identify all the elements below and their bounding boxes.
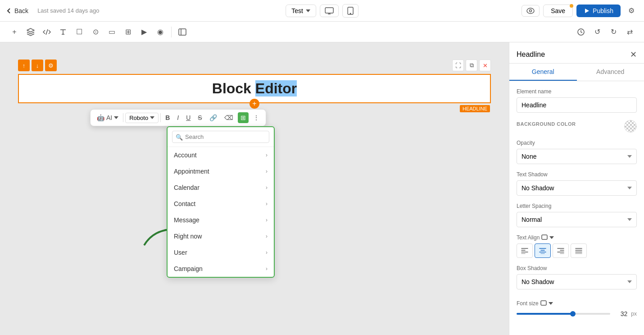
bg-color-picker[interactable] [624,120,637,133]
delete-button[interactable]: ✕ [479,60,491,71]
sidebar-button[interactable] [175,25,190,39]
dropdown-item[interactable]: Calendar› [168,179,274,196]
dropdown-item[interactable]: Appointment› [168,163,274,179]
add-section-button[interactable]: + [249,99,259,109]
dropdown-item[interactable]: Contact› [168,196,274,212]
dynamic-field-button[interactable]: ⊞ [238,112,249,123]
align-center-button[interactable] [535,243,551,258]
duplicate-button[interactable]: ⧉ [466,60,477,71]
panel-content: Element name BACKGROUND COLOR Opacity No… [509,81,644,325]
save-button[interactable]: Save [543,5,573,17]
history-button[interactable] [574,25,588,39]
italic-button[interactable]: I [174,112,181,123]
font-size-unit: px [631,311,637,317]
svg-rect-9 [542,235,547,239]
add-element-button[interactable]: + [7,25,22,39]
undo-button[interactable]: ↺ [590,25,604,39]
toolbar-right: ↺ ↻ ⇄ [574,25,637,39]
font-size-slider-row: 32 px [517,310,637,317]
svg-marker-5 [585,9,589,13]
strikethrough-button[interactable]: S [195,112,204,123]
more-format-button[interactable]: ⋮ [250,112,262,123]
svg-point-4 [530,9,532,12]
code-button[interactable] [40,25,54,39]
link-button[interactable]: 🔗 [207,112,220,123]
svg-point-2 [350,13,351,14]
app-button[interactable]: ◉ [153,25,168,39]
test-label: Test [291,7,303,14]
right-panel: Headline ✕ General Advanced Element name… [509,42,644,335]
text-shadow-select[interactable]: No Shadow Light Medium Heavy [517,180,637,196]
box-shadow-select[interactable]: No Shadow Light Medium Heavy [517,274,637,289]
font-selector[interactable]: Roboto [125,113,159,123]
back-label: Back [14,7,28,14]
panel-title: Headline [517,50,545,59]
tablet-device-button[interactable] [342,4,358,18]
ai-button[interactable]: 🤖 AI [94,112,121,123]
canvas-area: ↑ ↓ ⚙ ⛶ ⧉ ✕ Block Editor HEADLINE + 🤖 AI [0,42,509,335]
headline-wrapper: ↑ ↓ ⚙ ⛶ ⧉ ✕ Block Editor HEADLINE + [18,74,491,103]
dropdown-items-list: Account›Appointment›Calendar›Contact›Mes… [168,147,274,277]
grid-button[interactable]: ⊞ [121,25,135,39]
layers-button[interactable] [23,25,38,39]
form-button[interactable]: ⊙ [88,25,103,39]
slider-thumb [570,311,576,317]
tab-advanced[interactable]: Advanced [577,64,644,81]
divider2 [160,113,161,122]
letter-spacing-select[interactable]: Normal Tight Wide Wider [517,212,637,227]
test-button[interactable]: Test [286,5,316,17]
dropdown-item-label: Appointment [174,168,209,175]
font-size-slider[interactable] [517,313,610,315]
redo-button[interactable]: ↻ [606,25,621,39]
dropdown-item-label: Account [174,151,197,159]
dropdown-item[interactable]: Campaign› [168,261,274,277]
dropdown-search-input[interactable] [172,131,269,143]
underline-button[interactable]: U [183,112,193,123]
dropdown-search-container: 🔍 [168,127,274,147]
settings-ctrl-button[interactable]: ⚙ [45,60,57,71]
toolbar-divider [171,27,172,37]
dropdown-item[interactable]: Right now› [168,228,274,244]
tab-general[interactable]: General [509,64,577,81]
dropdown-item[interactable]: User› [168,244,274,261]
element-name-input[interactable] [517,97,637,113]
element-name-label: Element name [517,88,637,95]
chevron-icon: › [266,168,268,174]
element-button[interactable]: ☐ [72,25,86,39]
headline-label: HEADLINE [460,105,490,112]
dropdown-item[interactable]: Account› [168,147,274,163]
settings-button[interactable]: ⚙ [624,4,639,18]
nav-center: Test [286,4,358,18]
text-shadow-label: Text Shadow [517,171,637,178]
font-size-label: Font size [517,300,637,307]
panel-tabs: General Advanced [509,64,644,81]
divider1 [123,113,123,122]
preview-button[interactable] [522,5,540,17]
text-button[interactable] [56,25,70,39]
headline-text[interactable]: Block Editor [19,75,490,102]
dropdown-item[interactable]: Message› [168,212,274,228]
align-justify-button[interactable] [571,243,587,258]
dropdown-item-label: Contact [174,200,195,207]
slider-fill [517,313,573,315]
move-up-button[interactable]: ↑ [18,60,30,71]
headline-text-selected: Editor [255,80,297,96]
align-right-button[interactable] [553,243,569,258]
publish-button[interactable]: Publish [576,5,621,17]
fullscreen-button[interactable]: ⛶ [452,60,464,71]
align-left-button[interactable] [517,243,533,258]
bold-button[interactable]: B [163,112,172,123]
move-down-button[interactable]: ↓ [32,60,43,71]
more-options-button[interactable]: ⇄ [622,25,637,39]
desktop-device-button[interactable] [320,5,339,17]
clear-format-button[interactable]: ⌫ [222,112,236,123]
media-button[interactable]: ▶ [137,25,151,39]
back-button[interactable]: Back [5,7,28,14]
headline-ctrl-right: ⛶ ⧉ ✕ [452,60,491,71]
opacity-select[interactable]: None 10% 20% 50% 80% 100% [517,149,637,164]
dynamic-dropdown: 🔍 Account›Appointment›Calendar›Contact›M… [167,126,275,278]
panel-close-button[interactable]: ✕ [630,50,637,60]
container-button[interactable]: ▭ [104,25,119,39]
publish-label: Publish [593,7,613,14]
chevron-icon: › [266,249,268,256]
